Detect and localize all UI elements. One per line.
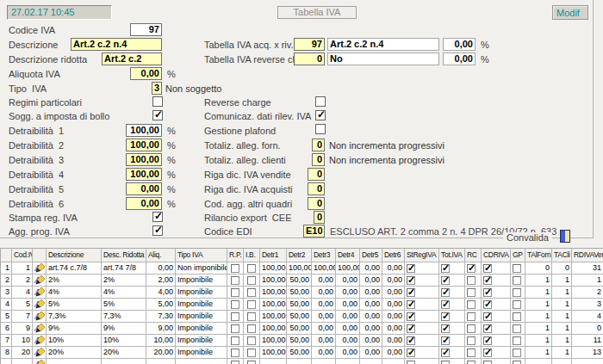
cell-tipo-iva[interactable]: Imponibile bbox=[176, 323, 227, 334]
rp-checkbox[interactable] bbox=[231, 336, 239, 345]
cell-tipo-iva[interactable]: Imponibile bbox=[176, 275, 227, 286]
cell-desc-ridotta[interactable]: art.74 7/8 bbox=[102, 262, 146, 274]
cdriva-checkbox[interactable] bbox=[483, 276, 492, 285]
cell-desc-ridotta[interactable] bbox=[102, 359, 146, 364]
gestione-plafond-checkbox[interactable] bbox=[315, 124, 326, 134]
cell-detr6[interactable]: 0,00 bbox=[382, 347, 405, 358]
cell-detr5[interactable]: 0,00 bbox=[360, 275, 382, 286]
cell-tipo-iva[interactable]: Non imponibile bbox=[176, 262, 227, 274]
gp-checkbox[interactable] bbox=[513, 264, 521, 273]
cell-cod-iva[interactable]: 7 bbox=[12, 311, 33, 322]
cell-detr3[interactable]: 0,00 bbox=[312, 335, 336, 346]
cell-detr4[interactable]: 0,00 bbox=[336, 335, 360, 346]
rp-checkbox[interactable] bbox=[231, 324, 239, 333]
detraibilita1-field[interactable]: 100,00 bbox=[126, 124, 162, 137]
rc-checkbox[interactable] bbox=[467, 349, 476, 357]
cell-desc-ridotta[interactable]: 9% bbox=[102, 323, 146, 334]
cod-agg-quadri-field[interactable]: 0 bbox=[308, 197, 325, 210]
cell-edit-icon[interactable]: A bbox=[33, 311, 47, 322]
cell-detr4[interactable]: 0,00 bbox=[336, 275, 360, 286]
rc-checkbox[interactable] bbox=[467, 312, 476, 321]
cell-detr2[interactable]: 50,00 bbox=[287, 323, 312, 334]
cell-talforn[interactable]: 1 bbox=[525, 335, 552, 346]
cell-rdiva-vend[interactable]: 31 bbox=[572, 262, 603, 274]
tabella-rc-code-field[interactable]: 0 bbox=[294, 52, 325, 65]
cell-descrizione[interactable]: 10% bbox=[47, 335, 102, 346]
cell-rdiva-vend[interactable]: 11 bbox=[572, 335, 603, 346]
edit-icon[interactable]: A bbox=[34, 311, 46, 321]
table-row[interactable]: 69 A 9%9%9,00Imponibile100,0050,000,000,… bbox=[1, 323, 603, 335]
gp-checkbox[interactable] bbox=[513, 288, 521, 297]
cell-rdiva-vend[interactable]: 1 bbox=[572, 275, 603, 286]
ib-checkbox[interactable] bbox=[247, 300, 256, 309]
cell-detr4[interactable]: 0,00 bbox=[336, 323, 360, 334]
cell-detr4[interactable]: 0,00 bbox=[336, 347, 360, 358]
cell-cod-iva[interactable]: 20 bbox=[12, 347, 33, 358]
cell-edit-icon[interactable]: A bbox=[33, 335, 47, 346]
detraibilita2-field[interactable]: 100,00 bbox=[126, 139, 162, 151]
gp-checkbox[interactable] bbox=[513, 349, 521, 357]
cell-tipo-iva[interactable]: Imponibile bbox=[176, 311, 227, 322]
cell-detr3[interactable]: 100,00 bbox=[312, 262, 336, 274]
rp-checkbox[interactable] bbox=[231, 300, 239, 309]
cell-detr5[interactable] bbox=[360, 359, 382, 364]
totaliz-forn-field[interactable]: 0 bbox=[312, 139, 325, 151]
cell-edit-icon[interactable]: A bbox=[33, 275, 47, 286]
rp-checkbox[interactable] bbox=[231, 264, 239, 273]
cell-desc-ridotta[interactable]: 20% bbox=[102, 347, 146, 358]
table-row[interactable]: 820 A 20%20%20,00Imponibile100,0050,000,… bbox=[1, 347, 603, 359]
reverse-charge-checkbox[interactable] bbox=[315, 96, 326, 107]
stampa-reg-iva-checkbox[interactable] bbox=[152, 212, 163, 222]
cell-rdiva-vend[interactable]: 3 bbox=[572, 299, 603, 310]
cdriva-checkbox[interactable] bbox=[483, 349, 492, 357]
edit-icon[interactable]: A bbox=[34, 323, 46, 333]
cell-desc-ridotta[interactable]: 4% bbox=[102, 287, 146, 298]
rp-checkbox[interactable] bbox=[231, 288, 239, 297]
streg-iva-checkbox[interactable] bbox=[407, 264, 415, 273]
tot-iva-checkbox[interactable] bbox=[441, 276, 450, 285]
cell-detr2[interactable]: 50,00 bbox=[287, 275, 312, 286]
cell-talforn[interactable]: 1 bbox=[525, 287, 552, 298]
cell-talforn[interactable]: 1 bbox=[525, 347, 552, 358]
cell-talforn[interactable] bbox=[525, 359, 552, 364]
cell-aliq[interactable]: 9,00 bbox=[146, 323, 176, 334]
cell-tacli[interactable]: 1 bbox=[552, 275, 572, 286]
cell-detr6[interactable]: 0,00 bbox=[382, 262, 405, 274]
cell-desc-ridotta[interactable]: 2% bbox=[102, 275, 146, 286]
gp-checkbox[interactable] bbox=[513, 300, 521, 309]
cell-detr5[interactable]: 0,00 bbox=[360, 287, 382, 298]
cell-tipo-iva[interactable] bbox=[176, 359, 227, 364]
comunicaz-dati-checkbox[interactable] bbox=[315, 110, 326, 120]
cell-detr2[interactable]: 100,00 bbox=[287, 262, 312, 274]
cell-aliq[interactable]: 7,30 bbox=[146, 311, 176, 322]
tot-iva-checkbox[interactable] bbox=[441, 264, 450, 273]
cell-cod-iva[interactable]: 1 bbox=[12, 262, 33, 274]
table-row[interactable]: 34 A 4%4%4,00Imponibile100,0050,000,000,… bbox=[1, 287, 603, 299]
cell-descrizione[interactable]: 20% bbox=[47, 347, 102, 358]
cell-detr3[interactable]: 0,00 bbox=[312, 323, 336, 334]
cell-detr6[interactable]: 0,00 bbox=[382, 311, 405, 322]
rc-checkbox[interactable] bbox=[467, 336, 476, 345]
cell-descrizione[interactable]: 9% bbox=[47, 323, 102, 334]
sogg-imposta-bollo-checkbox[interactable] bbox=[152, 110, 163, 120]
cell-descrizione[interactable]: 2% bbox=[47, 275, 102, 286]
ib-checkbox[interactable] bbox=[247, 276, 256, 285]
ib-checkbox[interactable] bbox=[247, 361, 256, 364]
cell-detr6[interactable] bbox=[382, 359, 405, 364]
cell-aliq[interactable]: 0,00 bbox=[146, 262, 176, 274]
rilancio-export-field[interactable]: 0 bbox=[314, 211, 325, 224]
regimi-particolari-checkbox[interactable] bbox=[152, 96, 163, 107]
cell-aliq[interactable]: 10,00 bbox=[146, 335, 176, 346]
edit-icon[interactable]: A bbox=[34, 347, 46, 357]
cell-detr1[interactable]: 100,00 bbox=[260, 287, 287, 298]
cell-detr5[interactable]: 0,00 bbox=[360, 311, 382, 322]
cell-rdiva-vend[interactable]: 4 bbox=[572, 311, 603, 322]
rc-checkbox[interactable] bbox=[467, 361, 476, 364]
cdriva-checkbox[interactable] bbox=[483, 264, 492, 273]
cell-detr4[interactable]: 0,00 bbox=[336, 287, 360, 298]
cell-detr5[interactable]: 0,00 bbox=[360, 299, 382, 310]
cell-detr2[interactable]: 50,00 bbox=[287, 287, 312, 298]
rp-checkbox[interactable] bbox=[231, 312, 239, 321]
streg-iva-checkbox[interactable] bbox=[407, 324, 415, 333]
cell-tacli[interactable] bbox=[552, 359, 572, 364]
